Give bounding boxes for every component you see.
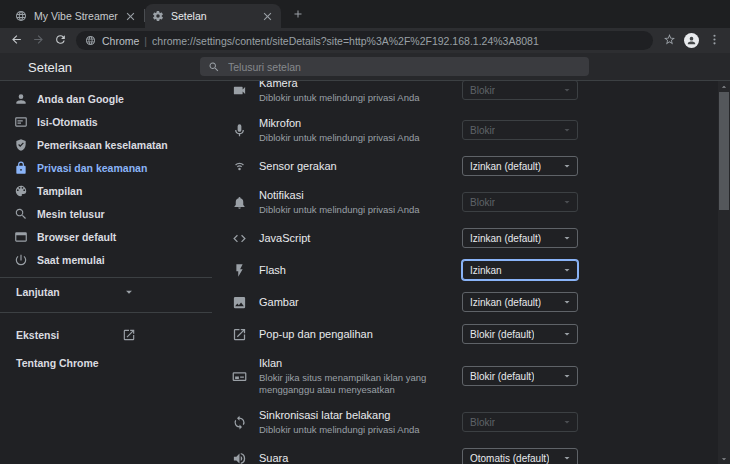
new-tab-button[interactable]	[289, 6, 307, 24]
chevron-down-icon	[561, 296, 573, 308]
permission-select-kamera[interactable]: Blokir	[462, 81, 578, 100]
sidebar-item-tampilan[interactable]: Tampilan	[0, 179, 212, 202]
permission-select-notifikasi[interactable]: Blokir	[462, 192, 578, 212]
settings-body: Anda dan GoogleIsi-OtomatisPemeriksaan k…	[0, 81, 730, 464]
sidebar-item-label: Saat memulai	[37, 254, 105, 266]
sidebar-item-label: Tampilan	[37, 185, 82, 197]
sidebar-item-label: Pemeriksaan keselamatan	[37, 139, 168, 151]
forward-button[interactable]	[27, 30, 49, 52]
bell-icon	[232, 195, 247, 210]
volume-icon	[232, 451, 247, 464]
kebab-menu-icon	[708, 32, 721, 50]
permission-text: JavaScript	[259, 231, 462, 245]
page-title: Setelan	[28, 60, 72, 75]
close-icon[interactable]	[124, 10, 137, 23]
permission-title: Flash	[259, 263, 452, 277]
ads-icon	[232, 369, 247, 384]
star-icon	[663, 32, 676, 50]
sidebar-item-anda-dan-google[interactable]: Anda dan Google	[0, 87, 212, 110]
permission-select-suara[interactable]: Otomatis (default)	[462, 448, 578, 464]
permission-row-kamera: KameraDiblokir untuk melindungi privasi …	[232, 81, 578, 110]
autofill-icon	[14, 115, 28, 129]
power-icon	[14, 253, 28, 267]
permission-select-flash[interactable]: Izinkan	[462, 260, 578, 280]
permission-select-mikrofon[interactable]: Blokir	[462, 120, 578, 140]
caret-down-icon	[719, 450, 729, 464]
sidebar-item-label: Mesin telusur	[37, 208, 105, 220]
sidebar-item-label: Isi-Otomatis	[37, 116, 98, 128]
select-value: Blokir (default)	[470, 329, 534, 340]
tab-my-vibe-streamer[interactable]: My Vibe Streamer	[8, 4, 144, 28]
address-bar[interactable]: Chrome | chrome://settings/content/siteD…	[76, 31, 653, 50]
permission-text: Pop-up dan pengalihan	[259, 327, 462, 341]
scroll-down-button[interactable]	[718, 453, 730, 464]
browser-toolbar: Chrome | chrome://settings/content/siteD…	[0, 28, 730, 53]
select-value: Izinkan (default)	[470, 233, 541, 244]
permission-row-flash: FlashIzinkan	[232, 254, 578, 286]
sidebar-item-ekstensi[interactable]: Ekstensi	[0, 321, 212, 349]
code-icon	[232, 231, 247, 246]
permission-text: Sinkronisasi latar belakangDiblokir untu…	[259, 408, 462, 436]
select-value: Izinkan (default)	[470, 161, 541, 172]
browser-window: My Vibe StreamerSetelan Chrome | chrome:…	[0, 0, 730, 464]
permission-row-pop-up-dan-pengalihan: Pop-up dan pengalihanBlokir (default)	[232, 318, 578, 350]
permission-select-javascript[interactable]: Izinkan (default)	[462, 228, 578, 248]
image-icon	[232, 295, 247, 310]
palette-icon	[14, 184, 28, 198]
sync-icon	[232, 415, 247, 430]
popup-icon	[232, 327, 247, 342]
sidebar-item-tentang-chrome[interactable]: Tentang Chrome	[0, 349, 212, 377]
permission-title: Notifikasi	[259, 188, 452, 202]
select-value: Blokir (default)	[470, 371, 534, 382]
chevron-down-icon	[561, 232, 573, 244]
back-icon	[10, 32, 23, 50]
permission-row-javascript: JavaScriptIzinkan (default)	[232, 222, 578, 254]
forward-icon	[32, 32, 45, 50]
permission-select-sinkronisasi-latar-belakang[interactable]: Blokir	[462, 412, 578, 432]
profile-avatar[interactable]	[684, 33, 699, 48]
sidebar-item-privasi-dan-keamanan[interactable]: Privasi dan keamanan	[0, 156, 212, 179]
sidebar-item-pemeriksaan-keselamatan[interactable]: Pemeriksaan keselamatan	[0, 133, 212, 156]
permission-row-sinkronisasi-latar-belakang: Sinkronisasi latar belakangDiblokir untu…	[232, 402, 578, 442]
sidebar: Anda dan GoogleIsi-OtomatisPemeriksaan k…	[0, 81, 212, 464]
permission-row-gambar: GambarIzinkan (default)	[232, 286, 578, 318]
permission-description: Blokir jika situs menampilkan iklan yang…	[259, 372, 452, 396]
permission-text: IklanBlokir jika situs menampilkan iklan…	[259, 356, 462, 396]
sidebar-item-browser-default[interactable]: Browser default	[0, 225, 212, 248]
site-info-icon[interactable]	[85, 35, 96, 46]
search-input[interactable]	[228, 61, 581, 73]
permission-row-suara: SuaraOtomatis (default)	[232, 442, 578, 464]
permission-title: Sensor gerakan	[259, 159, 452, 173]
close-icon[interactable]	[261, 10, 274, 23]
permission-select-sensor-gerakan[interactable]: Izinkan (default)	[462, 156, 578, 176]
sidebar-item-mesin-telusur[interactable]: Mesin telusur	[0, 202, 212, 225]
sidebar-item-saat-memulai[interactable]: Saat memulai	[0, 248, 212, 271]
permission-select-pop-up-dan-pengalihan[interactable]: Blokir (default)	[462, 324, 578, 344]
tab-setelan[interactable]: Setelan	[145, 4, 281, 28]
sidebar-item-label: Anda dan Google	[37, 93, 124, 105]
permission-select-gambar[interactable]: Izinkan (default)	[462, 292, 578, 312]
site-chip: Chrome	[102, 35, 139, 47]
settings-header: Setelan	[0, 53, 730, 81]
menu-button[interactable]	[703, 30, 725, 52]
settings-search[interactable]	[200, 57, 589, 76]
chevron-down-icon	[561, 370, 573, 382]
permission-text: KameraDiblokir untuk melindungi privasi …	[259, 81, 462, 104]
chevron-down-icon	[561, 328, 573, 340]
browser-icon	[14, 230, 28, 244]
chevron-down-icon	[561, 84, 573, 96]
scrollbar[interactable]	[718, 81, 730, 464]
permission-description: Diblokir untuk melindungi privasi Anda	[259, 132, 452, 144]
bookmark-button[interactable]	[658, 30, 680, 52]
sidebar-item-lanjutan[interactable]: Lanjutan	[0, 278, 212, 306]
scroll-up-button[interactable]	[718, 81, 730, 92]
sidebar-item-isi-otomatis[interactable]: Isi-Otomatis	[0, 110, 212, 133]
chevron-down-icon	[561, 196, 573, 208]
tab-title: Setelan	[171, 10, 261, 22]
permission-select-iklan[interactable]: Blokir (default)	[462, 366, 578, 386]
reload-button[interactable]	[49, 30, 71, 52]
back-button[interactable]	[5, 30, 27, 52]
scrollbar-thumb[interactable]	[719, 92, 729, 210]
select-value: Blokir	[470, 197, 495, 208]
chevron-down-icon	[561, 264, 573, 276]
